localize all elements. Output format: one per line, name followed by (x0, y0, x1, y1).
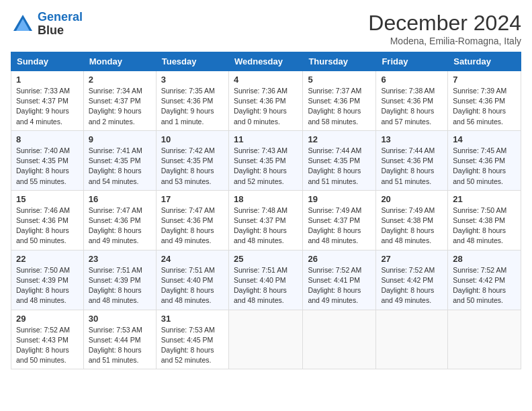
day-info: Sunrise: 7:42 AM Sunset: 4:35 PM Dayligh… (161, 146, 224, 187)
calendar-cell: 6Sunrise: 7:38 AM Sunset: 4:36 PM Daylig… (376, 71, 448, 131)
day-number: 30 (89, 314, 151, 324)
day-info: Sunrise: 7:53 AM Sunset: 4:44 PM Dayligh… (89, 325, 151, 366)
day-number: 10 (161, 134, 224, 144)
calendar-cell (376, 310, 448, 369)
calendar-cell: 30Sunrise: 7:53 AM Sunset: 4:44 PM Dayli… (83, 310, 156, 369)
day-number: 19 (308, 194, 371, 204)
calendar-cell: 21Sunrise: 7:50 AM Sunset: 4:38 PM Dayli… (448, 190, 521, 250)
calendar-week-row: 29Sunrise: 7:52 AM Sunset: 4:43 PM Dayli… (11, 310, 521, 369)
day-number: 8 (16, 134, 79, 144)
day-number: 9 (89, 134, 151, 144)
day-number: 31 (161, 314, 224, 324)
calendar-cell: 3Sunrise: 7:35 AM Sunset: 4:36 PM Daylig… (156, 71, 228, 131)
day-info: Sunrise: 7:44 AM Sunset: 4:36 PM Dayligh… (381, 146, 443, 187)
day-number: 26 (308, 254, 371, 264)
day-info: Sunrise: 7:40 AM Sunset: 4:35 PM Dayligh… (16, 146, 79, 187)
day-info: Sunrise: 7:41 AM Sunset: 4:35 PM Dayligh… (89, 146, 151, 187)
day-info: Sunrise: 7:44 AM Sunset: 4:35 PM Dayligh… (308, 146, 371, 187)
calendar-cell: 4Sunrise: 7:36 AM Sunset: 4:36 PM Daylig… (228, 71, 302, 131)
calendar-cell: 17Sunrise: 7:47 AM Sunset: 4:36 PM Dayli… (156, 190, 228, 250)
day-info: Sunrise: 7:48 AM Sunset: 4:37 PM Dayligh… (234, 205, 298, 246)
calendar-cell: 16Sunrise: 7:47 AM Sunset: 4:36 PM Dayli… (83, 190, 156, 250)
calendar-cell: 13Sunrise: 7:44 AM Sunset: 4:36 PM Dayli… (376, 130, 448, 190)
day-info: Sunrise: 7:39 AM Sunset: 4:36 PM Dayligh… (453, 86, 516, 127)
day-header-saturday: Saturday (448, 52, 521, 71)
day-info: Sunrise: 7:35 AM Sunset: 4:36 PM Dayligh… (161, 86, 224, 127)
calendar-cell: 8Sunrise: 7:40 AM Sunset: 4:35 PM Daylig… (11, 130, 84, 190)
calendar-cell: 11Sunrise: 7:43 AM Sunset: 4:35 PM Dayli… (228, 130, 302, 190)
calendar-cell: 12Sunrise: 7:44 AM Sunset: 4:35 PM Dayli… (303, 130, 376, 190)
day-number: 11 (234, 134, 298, 144)
title-block: December 2024 Modena, Emilia-Romagna, It… (368, 11, 521, 46)
day-info: Sunrise: 7:37 AM Sunset: 4:36 PM Dayligh… (308, 86, 371, 127)
day-info: Sunrise: 7:51 AM Sunset: 4:40 PM Dayligh… (161, 265, 224, 306)
day-info: Sunrise: 7:49 AM Sunset: 4:38 PM Dayligh… (381, 205, 443, 246)
day-number: 3 (161, 75, 224, 85)
day-header-monday: Monday (83, 52, 156, 71)
day-info: Sunrise: 7:38 AM Sunset: 4:36 PM Dayligh… (381, 86, 443, 127)
logo: General Blue (11, 11, 83, 38)
day-info: Sunrise: 7:51 AM Sunset: 4:39 PM Dayligh… (89, 265, 151, 306)
logo-text: General Blue (38, 11, 83, 38)
day-info: Sunrise: 7:53 AM Sunset: 4:45 PM Dayligh… (161, 325, 224, 366)
day-info: Sunrise: 7:47 AM Sunset: 4:36 PM Dayligh… (89, 205, 151, 246)
day-number: 16 (89, 194, 151, 204)
calendar-cell: 25Sunrise: 7:51 AM Sunset: 4:40 PM Dayli… (228, 250, 302, 310)
day-info: Sunrise: 7:50 AM Sunset: 4:39 PM Dayligh… (16, 265, 79, 306)
calendar-table: SundayMondayTuesdayWednesdayThursdayFrid… (11, 52, 521, 369)
calendar-cell: 24Sunrise: 7:51 AM Sunset: 4:40 PM Dayli… (156, 250, 228, 310)
day-info: Sunrise: 7:33 AM Sunset: 4:37 PM Dayligh… (16, 86, 79, 127)
calendar-cell: 7Sunrise: 7:39 AM Sunset: 4:36 PM Daylig… (448, 71, 521, 131)
calendar-cell: 2Sunrise: 7:34 AM Sunset: 4:37 PM Daylig… (83, 71, 156, 131)
day-header-wednesday: Wednesday (228, 52, 302, 71)
day-info: Sunrise: 7:45 AM Sunset: 4:36 PM Dayligh… (453, 146, 516, 187)
calendar-cell: 15Sunrise: 7:46 AM Sunset: 4:36 PM Dayli… (11, 190, 84, 250)
page-header: General Blue December 2024 Modena, Emili… (11, 11, 521, 46)
day-number: 18 (234, 194, 298, 204)
day-number: 24 (161, 254, 224, 264)
calendar-cell (303, 310, 376, 369)
day-number: 23 (89, 254, 151, 264)
day-number: 17 (161, 194, 224, 204)
day-number: 25 (234, 254, 298, 264)
calendar-cell: 1Sunrise: 7:33 AM Sunset: 4:37 PM Daylig… (11, 71, 84, 131)
calendar-cell (228, 310, 302, 369)
calendar-cell: 27Sunrise: 7:52 AM Sunset: 4:42 PM Dayli… (376, 250, 448, 310)
day-header-thursday: Thursday (303, 52, 376, 71)
day-number: 14 (453, 134, 516, 144)
calendar-header-row: SundayMondayTuesdayWednesdayThursdayFrid… (11, 52, 521, 71)
day-header-sunday: Sunday (11, 52, 84, 71)
day-info: Sunrise: 7:52 AM Sunset: 4:42 PM Dayligh… (381, 265, 443, 306)
day-info: Sunrise: 7:49 AM Sunset: 4:37 PM Dayligh… (308, 205, 371, 246)
day-number: 22 (16, 254, 79, 264)
calendar-body: 1Sunrise: 7:33 AM Sunset: 4:37 PM Daylig… (11, 71, 521, 369)
day-number: 15 (16, 194, 79, 204)
calendar-cell: 10Sunrise: 7:42 AM Sunset: 4:35 PM Dayli… (156, 130, 228, 190)
day-number: 2 (89, 75, 151, 85)
day-number: 1 (16, 75, 79, 85)
logo-icon (11, 12, 35, 36)
day-number: 27 (381, 254, 443, 264)
day-info: Sunrise: 7:46 AM Sunset: 4:36 PM Dayligh… (16, 205, 79, 246)
calendar-cell (448, 310, 521, 369)
day-info: Sunrise: 7:34 AM Sunset: 4:37 PM Dayligh… (89, 86, 151, 127)
day-info: Sunrise: 7:52 AM Sunset: 4:41 PM Dayligh… (308, 265, 371, 306)
calendar-cell: 22Sunrise: 7:50 AM Sunset: 4:39 PM Dayli… (11, 250, 84, 310)
day-number: 13 (381, 134, 443, 144)
calendar-cell: 29Sunrise: 7:52 AM Sunset: 4:43 PM Dayli… (11, 310, 84, 369)
calendar-cell: 18Sunrise: 7:48 AM Sunset: 4:37 PM Dayli… (228, 190, 302, 250)
day-number: 4 (234, 75, 298, 85)
day-info: Sunrise: 7:52 AM Sunset: 4:42 PM Dayligh… (453, 265, 516, 306)
day-number: 6 (381, 75, 443, 85)
day-number: 12 (308, 134, 371, 144)
calendar-cell: 9Sunrise: 7:41 AM Sunset: 4:35 PM Daylig… (83, 130, 156, 190)
day-number: 7 (453, 75, 516, 85)
day-info: Sunrise: 7:36 AM Sunset: 4:36 PM Dayligh… (234, 86, 298, 127)
day-number: 29 (16, 314, 79, 324)
calendar-cell: 23Sunrise: 7:51 AM Sunset: 4:39 PM Dayli… (83, 250, 156, 310)
day-header-friday: Friday (376, 52, 448, 71)
day-number: 21 (453, 194, 516, 204)
calendar-cell: 5Sunrise: 7:37 AM Sunset: 4:36 PM Daylig… (303, 71, 376, 131)
calendar-cell: 20Sunrise: 7:49 AM Sunset: 4:38 PM Dayli… (376, 190, 448, 250)
calendar-week-row: 22Sunrise: 7:50 AM Sunset: 4:39 PM Dayli… (11, 250, 521, 310)
